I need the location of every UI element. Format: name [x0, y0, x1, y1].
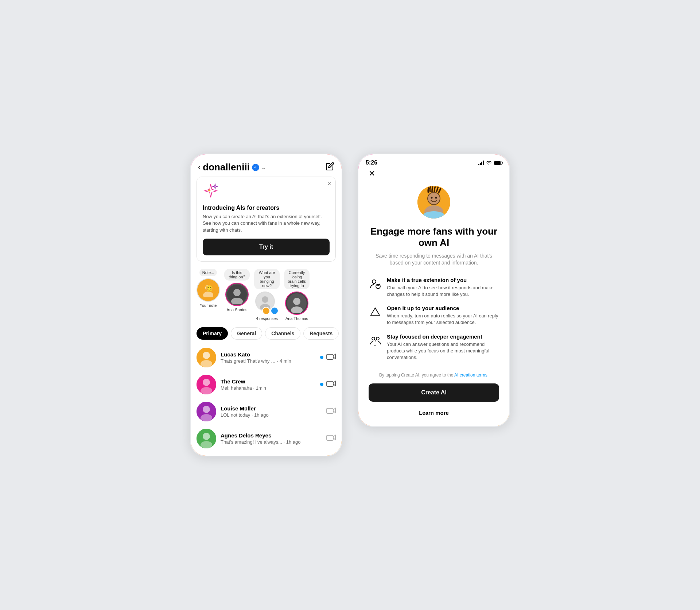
- story-name-4responses: 4 responses: [256, 316, 278, 321]
- feature-text: Stay focused on deeper engagement Your A…: [387, 333, 499, 361]
- svg-point-41: [372, 337, 375, 340]
- message-list: Lucas Kato Thats great! That's why … · 4…: [191, 344, 342, 456]
- msg-body-crew: The Crew Mel: hahahaha · 1min: [221, 378, 316, 391]
- story-name-ana-thomas: Ana Thomas: [285, 316, 308, 321]
- wifi-icon: [486, 160, 492, 165]
- svg-point-37: [435, 197, 437, 199]
- tab-requests[interactable]: Requests: [303, 327, 339, 340]
- msg-body-agnes: Agnes Delos Reyes That's amazing! I've a…: [221, 432, 322, 445]
- story-name-ana-santos: Ana Santos: [227, 308, 248, 312]
- svg-rect-22: [327, 381, 333, 386]
- message-item[interactable]: The Crew Mel: hahahaha · 1min: [191, 371, 342, 398]
- right-phone-content: ✕: [358, 169, 509, 426]
- svg-point-13: [293, 298, 300, 305]
- feature-desc: Your AI can answer questions and recomme…: [387, 341, 499, 361]
- story-avatar-self: 😊: [197, 278, 220, 302]
- ai-sparkle-icon: ✦: [203, 183, 330, 202]
- tab-general[interactable]: General: [231, 327, 262, 340]
- svg-point-39: [376, 284, 380, 289]
- svg-marker-1: [212, 184, 218, 189]
- verified-badge-icon: ✓: [252, 164, 259, 171]
- banner-close-icon[interactable]: ×: [328, 181, 331, 187]
- engage-title: Engage more fans with your own AI: [369, 226, 499, 248]
- svg-text:✦: ✦: [207, 188, 211, 193]
- msg-body-lucas: Lucas Kato Thats great! That's why … · 4…: [221, 351, 316, 364]
- username-label: donalleniii: [203, 162, 250, 173]
- unread-dot-crew: [320, 383, 323, 386]
- svg-point-16: [203, 352, 210, 359]
- story-avatar-group: [255, 292, 279, 315]
- close-button[interactable]: ✕: [369, 169, 499, 178]
- status-icons: [478, 160, 502, 165]
- terms-link[interactable]: AI creation terms.: [454, 372, 489, 378]
- feature-title: Make it a true extension of you: [387, 277, 499, 283]
- msg-actions-louise: [326, 406, 336, 417]
- svg-point-29: [201, 441, 212, 448]
- story-item-self[interactable]: Note... 😊 Your note: [197, 269, 220, 321]
- signal-bars-icon: [478, 161, 484, 165]
- camera-icon-louise[interactable]: [326, 406, 336, 417]
- story-item-ana-thomas[interactable]: Currently losing brain cells trying to A…: [284, 269, 310, 321]
- msg-preview-agnes: That's amazing! I've always... · 1h ago: [221, 439, 322, 445]
- battery-icon: [494, 161, 502, 165]
- svg-point-42: [376, 337, 379, 340]
- feature-text: Make it a true extension of you Chat wit…: [387, 277, 499, 298]
- story-item-4responses[interactable]: What are you bringing now?: [254, 269, 280, 321]
- banner-title: Introducing AIs for creators: [203, 205, 330, 211]
- chevron-down-icon[interactable]: ⌄: [261, 165, 266, 170]
- status-time: 5:26: [366, 159, 377, 166]
- message-item[interactable]: Agnes Delos Reyes That's amazing! I've a…: [191, 425, 342, 452]
- unread-dot-lucas: [320, 356, 323, 359]
- tab-channels[interactable]: Channels: [265, 327, 300, 340]
- message-tabs: Primary General Channels Requests: [191, 324, 342, 344]
- story-item-ana-santos[interactable]: Is this thing on? Ana Santos: [224, 269, 250, 321]
- story-note-ana: Is this thing on?: [224, 269, 250, 281]
- banner-description: Now you can create an AI that's an exten…: [203, 213, 330, 233]
- feature-list: Make it a true extension of you Chat wit…: [369, 277, 499, 361]
- camera-icon-lucas[interactable]: [326, 352, 336, 363]
- svg-text:😊: 😊: [205, 285, 214, 293]
- status-bar: 5:26: [358, 154, 509, 169]
- person-ai-icon: [369, 278, 382, 291]
- back-icon[interactable]: ‹: [198, 163, 201, 172]
- msg-name-louise: Louise Müller: [221, 405, 322, 412]
- svg-point-25: [201, 414, 212, 421]
- svg-point-20: [203, 379, 210, 386]
- phones-container: ‹ donalleniii ✓ ⌄ ×: [190, 153, 510, 457]
- story-avatar-ana-thomas: [285, 292, 308, 315]
- terms-text: By tapping Create AI, you agree to the A…: [369, 372, 499, 378]
- svg-point-4: [203, 292, 213, 297]
- msg-actions-agnes: [326, 433, 336, 444]
- tab-primary[interactable]: Primary: [197, 327, 228, 340]
- people-focus-icon: [369, 334, 382, 347]
- msg-avatar-crew: [197, 375, 216, 394]
- story-avatar-ana-santos: [225, 283, 249, 306]
- svg-point-38: [372, 280, 376, 283]
- left-phone-content: ‹ donalleniii ✓ ⌄ ×: [191, 154, 342, 456]
- msg-avatar-lucas: [197, 348, 216, 367]
- feature-item: Open it up to your audience When ready, …: [369, 305, 499, 326]
- svg-point-24: [203, 406, 210, 413]
- story-name-self: Your note: [200, 303, 217, 308]
- feature-desc: When ready, turn on auto replies so your…: [387, 313, 499, 326]
- story-note-bubble: Note...: [199, 269, 217, 276]
- message-item[interactable]: Louise Müller LOL not today · 1h ago: [191, 398, 342, 425]
- camera-icon-agnes[interactable]: [326, 433, 336, 444]
- msg-actions-lucas: [320, 352, 336, 363]
- create-ai-button[interactable]: Create AI: [369, 383, 499, 402]
- engage-subtitle: Save time responding to messages with an…: [369, 252, 499, 267]
- msg-preview-lucas: Thats great! That's why … · 4 min: [221, 358, 316, 364]
- edit-compose-icon[interactable]: [326, 162, 334, 173]
- feature-item: Make it a true extension of you Chat wit…: [369, 277, 499, 298]
- svg-marker-40: [371, 308, 380, 315]
- story-note-ana-thomas: Currently losing brain cells trying to: [284, 269, 310, 289]
- msg-avatar-louise: [197, 402, 216, 421]
- feature-title: Open it up to your audience: [387, 305, 499, 311]
- right-phone: 5:26 ✕: [357, 153, 510, 427]
- svg-point-7: [233, 289, 241, 296]
- message-item[interactable]: Lucas Kato Thats great! That's why … · 4…: [191, 344, 342, 371]
- feature-title: Stay focused on deeper engagement: [387, 333, 499, 340]
- try-it-button[interactable]: Try it: [203, 239, 330, 255]
- learn-more-button[interactable]: Learn more: [369, 407, 499, 419]
- camera-icon-crew[interactable]: [326, 379, 336, 390]
